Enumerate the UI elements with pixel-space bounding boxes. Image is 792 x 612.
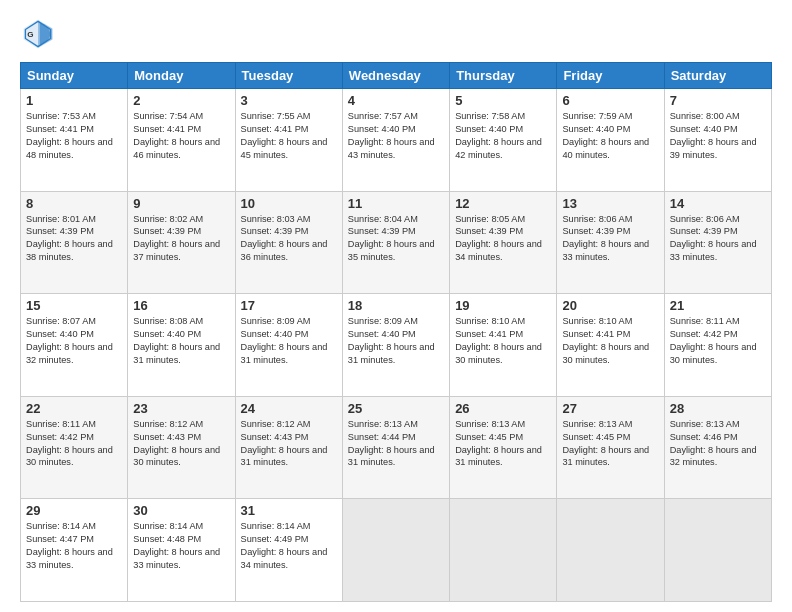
calendar-cell: 19 Sunrise: 8:10 AMSunset: 4:41 PMDaylig… bbox=[450, 294, 557, 397]
cell-info: Sunrise: 8:09 AMSunset: 4:40 PMDaylight:… bbox=[348, 316, 435, 365]
calendar-cell bbox=[557, 499, 664, 602]
day-number: 3 bbox=[241, 93, 337, 108]
day-number: 23 bbox=[133, 401, 229, 416]
day-number: 22 bbox=[26, 401, 122, 416]
cell-info: Sunrise: 8:13 AMSunset: 4:44 PMDaylight:… bbox=[348, 419, 435, 468]
cell-info: Sunrise: 8:11 AMSunset: 4:42 PMDaylight:… bbox=[670, 316, 757, 365]
day-number: 27 bbox=[562, 401, 658, 416]
calendar-cell: 3 Sunrise: 7:55 AMSunset: 4:41 PMDayligh… bbox=[235, 89, 342, 192]
day-number: 25 bbox=[348, 401, 444, 416]
calendar-cell: 9 Sunrise: 8:02 AMSunset: 4:39 PMDayligh… bbox=[128, 191, 235, 294]
cell-info: Sunrise: 7:57 AMSunset: 4:40 PMDaylight:… bbox=[348, 111, 435, 160]
day-number: 28 bbox=[670, 401, 766, 416]
day-number: 10 bbox=[241, 196, 337, 211]
calendar-cell: 27 Sunrise: 8:13 AMSunset: 4:45 PMDaylig… bbox=[557, 396, 664, 499]
cell-info: Sunrise: 8:08 AMSunset: 4:40 PMDaylight:… bbox=[133, 316, 220, 365]
cell-info: Sunrise: 8:10 AMSunset: 4:41 PMDaylight:… bbox=[455, 316, 542, 365]
calendar-cell: 18 Sunrise: 8:09 AMSunset: 4:40 PMDaylig… bbox=[342, 294, 449, 397]
day-number: 21 bbox=[670, 298, 766, 313]
cell-info: Sunrise: 8:06 AMSunset: 4:39 PMDaylight:… bbox=[562, 214, 649, 263]
day-number: 24 bbox=[241, 401, 337, 416]
cell-info: Sunrise: 7:59 AMSunset: 4:40 PMDaylight:… bbox=[562, 111, 649, 160]
day-number: 12 bbox=[455, 196, 551, 211]
day-number: 6 bbox=[562, 93, 658, 108]
weekday-header-sunday: Sunday bbox=[21, 63, 128, 89]
cell-info: Sunrise: 8:00 AMSunset: 4:40 PMDaylight:… bbox=[670, 111, 757, 160]
day-number: 20 bbox=[562, 298, 658, 313]
weekday-header-tuesday: Tuesday bbox=[235, 63, 342, 89]
day-number: 30 bbox=[133, 503, 229, 518]
weekday-header-row: SundayMondayTuesdayWednesdayThursdayFrid… bbox=[21, 63, 772, 89]
day-number: 2 bbox=[133, 93, 229, 108]
svg-text:G: G bbox=[27, 30, 33, 39]
calendar-row-2: 15 Sunrise: 8:07 AMSunset: 4:40 PMDaylig… bbox=[21, 294, 772, 397]
calendar-cell bbox=[450, 499, 557, 602]
calendar-cell: 17 Sunrise: 8:09 AMSunset: 4:40 PMDaylig… bbox=[235, 294, 342, 397]
page: G SundayMondayTuesdayWednesdayThursdayFr… bbox=[0, 0, 792, 612]
cell-info: Sunrise: 8:02 AMSunset: 4:39 PMDaylight:… bbox=[133, 214, 220, 263]
calendar-row-3: 22 Sunrise: 8:11 AMSunset: 4:42 PMDaylig… bbox=[21, 396, 772, 499]
day-number: 4 bbox=[348, 93, 444, 108]
calendar-cell: 12 Sunrise: 8:05 AMSunset: 4:39 PMDaylig… bbox=[450, 191, 557, 294]
calendar-cell: 11 Sunrise: 8:04 AMSunset: 4:39 PMDaylig… bbox=[342, 191, 449, 294]
day-number: 9 bbox=[133, 196, 229, 211]
cell-info: Sunrise: 8:01 AMSunset: 4:39 PMDaylight:… bbox=[26, 214, 113, 263]
day-number: 29 bbox=[26, 503, 122, 518]
calendar-row-0: 1 Sunrise: 7:53 AMSunset: 4:41 PMDayligh… bbox=[21, 89, 772, 192]
cell-info: Sunrise: 8:03 AMSunset: 4:39 PMDaylight:… bbox=[241, 214, 328, 263]
calendar-cell: 4 Sunrise: 7:57 AMSunset: 4:40 PMDayligh… bbox=[342, 89, 449, 192]
cell-info: Sunrise: 8:06 AMSunset: 4:39 PMDaylight:… bbox=[670, 214, 757, 263]
day-number: 26 bbox=[455, 401, 551, 416]
calendar-cell: 30 Sunrise: 8:14 AMSunset: 4:48 PMDaylig… bbox=[128, 499, 235, 602]
cell-info: Sunrise: 8:10 AMSunset: 4:41 PMDaylight:… bbox=[562, 316, 649, 365]
weekday-header-monday: Monday bbox=[128, 63, 235, 89]
day-number: 5 bbox=[455, 93, 551, 108]
cell-info: Sunrise: 8:07 AMSunset: 4:40 PMDaylight:… bbox=[26, 316, 113, 365]
calendar-cell: 7 Sunrise: 8:00 AMSunset: 4:40 PMDayligh… bbox=[664, 89, 771, 192]
cell-info: Sunrise: 8:14 AMSunset: 4:47 PMDaylight:… bbox=[26, 521, 113, 570]
cell-info: Sunrise: 8:12 AMSunset: 4:43 PMDaylight:… bbox=[241, 419, 328, 468]
calendar-cell: 24 Sunrise: 8:12 AMSunset: 4:43 PMDaylig… bbox=[235, 396, 342, 499]
header: G bbox=[20, 16, 772, 52]
calendar-cell: 8 Sunrise: 8:01 AMSunset: 4:39 PMDayligh… bbox=[21, 191, 128, 294]
cell-info: Sunrise: 8:12 AMSunset: 4:43 PMDaylight:… bbox=[133, 419, 220, 468]
cell-info: Sunrise: 7:53 AMSunset: 4:41 PMDaylight:… bbox=[26, 111, 113, 160]
calendar-cell: 20 Sunrise: 8:10 AMSunset: 4:41 PMDaylig… bbox=[557, 294, 664, 397]
calendar-cell: 5 Sunrise: 7:58 AMSunset: 4:40 PMDayligh… bbox=[450, 89, 557, 192]
day-number: 18 bbox=[348, 298, 444, 313]
calendar-cell: 10 Sunrise: 8:03 AMSunset: 4:39 PMDaylig… bbox=[235, 191, 342, 294]
cell-info: Sunrise: 8:11 AMSunset: 4:42 PMDaylight:… bbox=[26, 419, 113, 468]
logo: G bbox=[20, 16, 62, 52]
calendar-cell: 22 Sunrise: 8:11 AMSunset: 4:42 PMDaylig… bbox=[21, 396, 128, 499]
calendar-cell: 14 Sunrise: 8:06 AMSunset: 4:39 PMDaylig… bbox=[664, 191, 771, 294]
calendar-cell bbox=[342, 499, 449, 602]
calendar-cell: 23 Sunrise: 8:12 AMSunset: 4:43 PMDaylig… bbox=[128, 396, 235, 499]
day-number: 16 bbox=[133, 298, 229, 313]
cell-info: Sunrise: 7:55 AMSunset: 4:41 PMDaylight:… bbox=[241, 111, 328, 160]
day-number: 8 bbox=[26, 196, 122, 211]
calendar-cell: 28 Sunrise: 8:13 AMSunset: 4:46 PMDaylig… bbox=[664, 396, 771, 499]
calendar-cell bbox=[664, 499, 771, 602]
logo-icon: G bbox=[20, 16, 56, 52]
weekday-header-wednesday: Wednesday bbox=[342, 63, 449, 89]
calendar-cell: 29 Sunrise: 8:14 AMSunset: 4:47 PMDaylig… bbox=[21, 499, 128, 602]
cell-info: Sunrise: 7:58 AMSunset: 4:40 PMDaylight:… bbox=[455, 111, 542, 160]
day-number: 7 bbox=[670, 93, 766, 108]
calendar-cell: 15 Sunrise: 8:07 AMSunset: 4:40 PMDaylig… bbox=[21, 294, 128, 397]
day-number: 19 bbox=[455, 298, 551, 313]
cell-info: Sunrise: 8:04 AMSunset: 4:39 PMDaylight:… bbox=[348, 214, 435, 263]
cell-info: Sunrise: 8:09 AMSunset: 4:40 PMDaylight:… bbox=[241, 316, 328, 365]
cell-info: Sunrise: 8:13 AMSunset: 4:45 PMDaylight:… bbox=[562, 419, 649, 468]
day-number: 15 bbox=[26, 298, 122, 313]
calendar-cell: 16 Sunrise: 8:08 AMSunset: 4:40 PMDaylig… bbox=[128, 294, 235, 397]
cell-info: Sunrise: 8:13 AMSunset: 4:45 PMDaylight:… bbox=[455, 419, 542, 468]
day-number: 17 bbox=[241, 298, 337, 313]
calendar-cell: 25 Sunrise: 8:13 AMSunset: 4:44 PMDaylig… bbox=[342, 396, 449, 499]
calendar-cell: 21 Sunrise: 8:11 AMSunset: 4:42 PMDaylig… bbox=[664, 294, 771, 397]
day-number: 14 bbox=[670, 196, 766, 211]
day-number: 1 bbox=[26, 93, 122, 108]
cell-info: Sunrise: 8:14 AMSunset: 4:48 PMDaylight:… bbox=[133, 521, 220, 570]
day-number: 13 bbox=[562, 196, 658, 211]
calendar-cell: 13 Sunrise: 8:06 AMSunset: 4:39 PMDaylig… bbox=[557, 191, 664, 294]
day-number: 31 bbox=[241, 503, 337, 518]
